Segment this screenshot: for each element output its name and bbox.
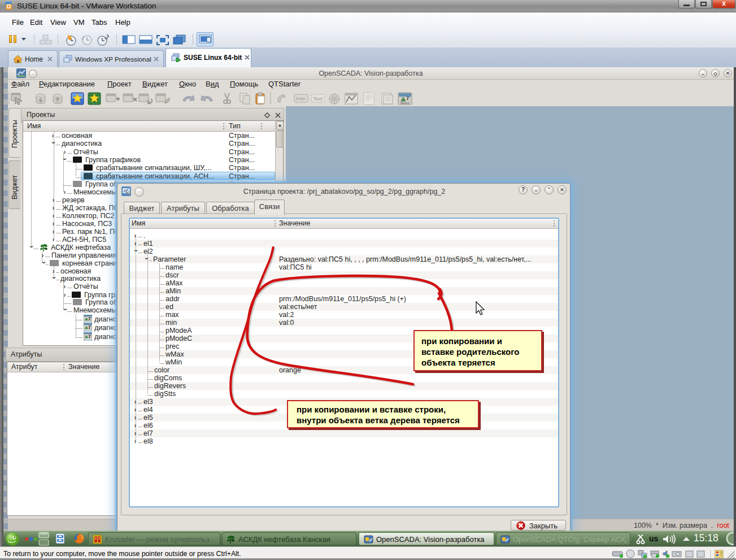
svg-text:T: T	[406, 95, 410, 101]
svg-text:Enter: Enter	[296, 97, 306, 101]
svg-text:Values: Values	[400, 101, 410, 105]
svg-text:Text: Text	[313, 96, 323, 102]
